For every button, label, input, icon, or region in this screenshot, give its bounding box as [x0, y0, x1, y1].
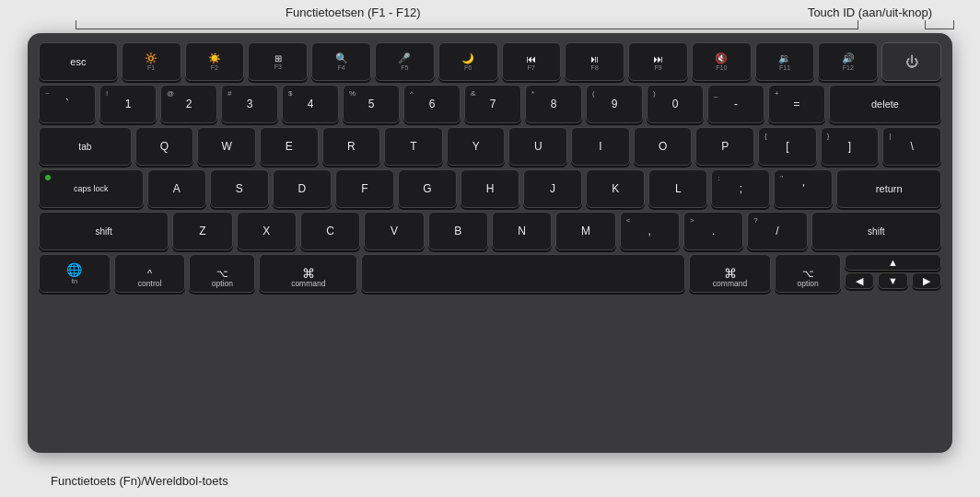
key-g[interactable]: G: [398, 169, 457, 208]
key-f12[interactable]: 🔊 F12: [818, 42, 878, 81]
key-f6[interactable]: 🌙 F6: [438, 42, 498, 81]
key-f2[interactable]: ☀️ F2: [185, 42, 245, 81]
key-u[interactable]: U: [508, 127, 567, 166]
key-c[interactable]: C: [300, 212, 360, 250]
key-capslock[interactable]: caps lock: [39, 169, 144, 208]
key-f7[interactable]: ⏮ F7: [502, 42, 562, 81]
zxcv-row: shift Z X C V B N M < , > . ? / shift: [39, 212, 941, 250]
key-x[interactable]: X: [237, 212, 297, 250]
key-i[interactable]: I: [571, 127, 630, 166]
bottom-row: 🌐 fn ^ control ⌥ option ⌘ command ⌘ comm…: [39, 254, 941, 293]
key-quote[interactable]: " ': [774, 169, 833, 208]
key-2[interactable]: @ 2: [160, 85, 217, 123]
key-r[interactable]: R: [322, 127, 381, 166]
key-p[interactable]: P: [695, 127, 754, 166]
key-3[interactable]: # 3: [221, 85, 278, 123]
key-arrow-down[interactable]: ▼: [878, 272, 907, 289]
key-arrow-right[interactable]: ▶: [912, 272, 941, 289]
fn-bottom-label: Functietoets (Fn)/Wereldbol-toets: [51, 474, 228, 488]
key-lbracket[interactable]: { [: [758, 127, 817, 166]
key-j[interactable]: J: [523, 169, 582, 208]
key-esc[interactable]: esc: [39, 42, 118, 81]
key-f5[interactable]: 🎤 F5: [375, 42, 435, 81]
key-5[interactable]: % 5: [343, 85, 400, 123]
key-return[interactable]: return: [836, 169, 941, 208]
key-arrow-up[interactable]: ▲: [845, 254, 941, 271]
key-f[interactable]: F: [335, 169, 394, 208]
key-arrow-left[interactable]: ◀: [845, 272, 874, 289]
function-key-row: esc 🔆 F1 ☀️ F2 ⊞ F3 🔍 F4 🎤 F5 🌙 F6: [39, 42, 941, 81]
key-m[interactable]: M: [555, 212, 615, 250]
key-y[interactable]: Y: [447, 127, 506, 166]
key-control[interactable]: ^ control: [114, 254, 186, 293]
key-comma[interactable]: < ,: [620, 212, 680, 250]
key-t[interactable]: T: [384, 127, 443, 166]
key-f1[interactable]: 🔆 F1: [122, 42, 181, 81]
number-row: ~ ` ! 1 @ 2 # 3 $ 4 % 5 ^ 6 & 7: [39, 85, 941, 123]
key-h[interactable]: H: [461, 169, 519, 208]
key-a[interactable]: A: [147, 169, 206, 208]
key-fn-globe[interactable]: 🌐 fn: [39, 254, 111, 293]
key-o[interactable]: O: [634, 127, 693, 166]
key-command-left[interactable]: ⌘ command: [259, 254, 357, 293]
key-backtick[interactable]: ~ `: [39, 85, 96, 123]
key-option-left[interactable]: ⌥ option: [189, 254, 255, 293]
key-f8[interactable]: ⏯ F8: [565, 42, 624, 81]
key-delete[interactable]: delete: [829, 85, 941, 123]
key-1[interactable]: ! 1: [99, 85, 157, 123]
key-d[interactable]: D: [273, 169, 332, 208]
qwerty-row: tab Q W E R T Y U I O P { [ } ] | \: [39, 127, 941, 166]
key-6[interactable]: ^ 6: [403, 85, 461, 123]
key-f11[interactable]: 🔉 F11: [755, 42, 815, 81]
key-command-right[interactable]: ⌘ command: [689, 254, 771, 293]
key-shift-right[interactable]: shift: [811, 212, 941, 250]
key-4[interactable]: $ 4: [282, 85, 339, 123]
key-shift-left[interactable]: shift: [39, 212, 169, 250]
key-n[interactable]: N: [492, 212, 552, 250]
key-k[interactable]: K: [586, 169, 645, 208]
key-space[interactable]: [361, 254, 685, 293]
keyboard: esc 🔆 F1 ☀️ F2 ⊞ F3 🔍 F4 🎤 F5 🌙 F6: [28, 33, 952, 453]
key-b[interactable]: B: [428, 212, 488, 250]
key-v[interactable]: V: [364, 212, 424, 250]
key-tab[interactable]: tab: [39, 127, 132, 166]
key-equals[interactable]: + =: [768, 85, 825, 123]
key-z[interactable]: Z: [172, 212, 232, 250]
key-backslash[interactable]: | \: [882, 127, 941, 166]
key-semicolon[interactable]: : ;: [711, 169, 770, 208]
asdf-row: caps lock A S D F G H J K L : ; " ' retu…: [39, 169, 941, 208]
key-w[interactable]: W: [197, 127, 256, 166]
touchid-label: Touch ID (aan/uit-knop): [808, 6, 932, 19]
key-f3[interactable]: ⊞ F3: [248, 42, 308, 81]
key-l[interactable]: L: [648, 169, 707, 208]
key-f4[interactable]: 🔍 F4: [311, 42, 371, 81]
key-option-right[interactable]: ⌥ option: [775, 254, 841, 293]
key-7[interactable]: & 7: [464, 85, 521, 123]
fn-keys-label: Functietoetsen (F1 - F12): [286, 6, 421, 19]
key-touchid[interactable]: ⏻: [881, 42, 941, 81]
key-9[interactable]: ( 9: [586, 85, 643, 123]
key-s[interactable]: S: [210, 169, 269, 208]
key-slash[interactable]: ? /: [747, 212, 807, 250]
key-period[interactable]: > .: [683, 212, 743, 250]
key-f9[interactable]: ⏭ F9: [628, 42, 688, 81]
key-rbracket[interactable]: } ]: [821, 127, 880, 166]
key-0[interactable]: ) 0: [647, 85, 704, 123]
key-f10[interactable]: 🔇 F10: [692, 42, 752, 81]
key-minus[interactable]: _ -: [707, 85, 764, 123]
key-8[interactable]: * 8: [525, 85, 582, 123]
key-q[interactable]: Q: [135, 127, 194, 166]
key-e[interactable]: E: [260, 127, 319, 166]
